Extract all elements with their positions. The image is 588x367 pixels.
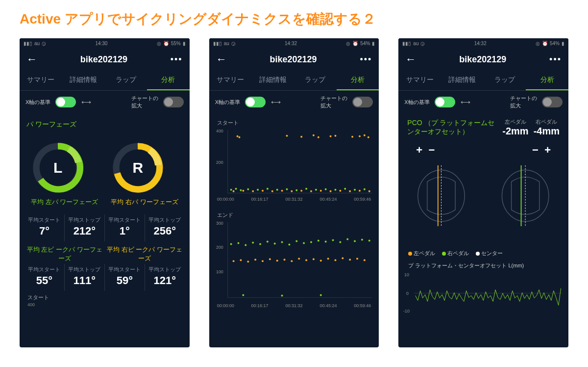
svg-point-57 <box>267 240 269 242</box>
content-2: スタート 400 200 00:00:0000:16:1700:31:3200:… <box>209 113 379 347</box>
alarm-icon: ⏰ <box>542 41 548 46</box>
avg-left-caption: 平均 左パ ワーフェーズ <box>31 195 98 211</box>
svg-point-35 <box>236 135 238 137</box>
tab-laps[interactable]: ラップ <box>484 71 526 90</box>
more-icon[interactable]: ••• <box>171 54 183 65</box>
svg-point-74 <box>247 261 249 262</box>
tab-summary[interactable]: サマリー <box>398 71 441 90</box>
more-icon[interactable]: ••• <box>549 54 562 65</box>
power-phase-label: パ ワーフェーズ <box>24 116 185 133</box>
more-icon[interactable]: ••• <box>360 54 372 65</box>
start-label: スタート <box>24 291 185 302</box>
x-basis-label: X軸の基準 <box>215 99 240 106</box>
x-basis-label: X軸の基準 <box>25 99 50 106</box>
ruler-icon[interactable]: ⟷ <box>460 97 471 107</box>
arc-left-wrap: L 平均 左パ ワーフェーズ <box>31 141 98 211</box>
tab-analysis[interactable]: 分析 <box>147 71 190 90</box>
ruler-icon[interactable]: ⟷ <box>81 97 92 107</box>
app-title: bike202129 <box>270 54 317 65</box>
location-icon: ◎ <box>346 41 350 46</box>
scatter-end-chart[interactable]: 300 200 100 00:00:0000:16:1700:31:3200:4… <box>214 220 374 308</box>
svg-text:10: 10 <box>404 272 409 277</box>
status-bar: ▮▮▯au◶ 14:32 ◎⏰54%▮ <box>209 38 379 48</box>
stat-value: 212° <box>66 225 103 237</box>
chart-toolbar: X軸の基準 ⟷ チャートの 拡大 <box>209 91 379 113</box>
stat-label: 平均スタート <box>25 266 63 273</box>
svg-point-18 <box>354 189 356 191</box>
tab-analysis[interactable]: 分析 <box>337 71 379 90</box>
svg-point-70 <box>361 238 363 240</box>
svg-point-63 <box>310 241 312 243</box>
minus-icon: − <box>428 144 435 156</box>
svg-point-71 <box>368 239 370 241</box>
tab-detail[interactable]: 詳細情報 <box>441 71 484 90</box>
back-arrow-icon[interactable]: ← <box>216 53 227 66</box>
svg-point-34 <box>368 190 370 192</box>
svg-point-11 <box>286 188 288 190</box>
app-header: ← bike202129 ••• <box>209 48 379 71</box>
x-basis-toggle[interactable] <box>435 97 455 107</box>
line-chart-title: プ ラットフォーム・センターオフセット L(mm) <box>403 260 564 271</box>
signal-icon: ▮▮▯ <box>402 41 411 46</box>
tab-laps[interactable]: ラップ <box>104 71 147 90</box>
pco-legend: 左ペダル 右ペダル センター <box>403 247 564 260</box>
signal-icon: ▮▮▯ <box>213 41 222 46</box>
tab-summary[interactable]: サマリー <box>20 71 62 90</box>
svg-point-17 <box>344 188 346 190</box>
stats-row-2: 平均スタート55° 平均ストップ111° 平均スタート59° 平均ストップ121… <box>24 264 185 291</box>
tab-analysis[interactable]: 分析 <box>526 71 568 90</box>
zoom-toggle[interactable] <box>542 97 563 107</box>
svg-point-30 <box>329 190 331 192</box>
stat-value: 256° <box>146 225 184 237</box>
svg-point-86 <box>334 259 336 261</box>
tab-detail[interactable]: 詳細情報 <box>62 71 105 90</box>
svg-point-53 <box>237 242 239 244</box>
svg-point-58 <box>273 242 275 244</box>
back-arrow-icon[interactable]: ← <box>26 53 37 66</box>
svg-point-54 <box>245 244 246 246</box>
tab-laps[interactable]: ラップ <box>294 71 337 90</box>
pco-line-chart[interactable]: 10 0 -10 <box>403 271 564 315</box>
svg-point-8 <box>257 189 259 191</box>
wifi-icon: ◶ <box>42 41 46 46</box>
status-bar: ▮▮▯au◶ 14:32 ◎⏰54%▮ <box>398 38 568 48</box>
svg-point-59 <box>281 241 283 243</box>
back-arrow-icon[interactable]: ← <box>405 53 416 66</box>
scatter-start-chart[interactable]: 400 200 00:00:0000:16:1700:31:3200:45:24… <box>214 128 374 202</box>
svg-point-75 <box>254 259 256 261</box>
svg-point-6 <box>240 189 242 191</box>
stat-label: 平均ストップ <box>66 216 103 224</box>
stat-label: 平均ストップ <box>146 216 184 224</box>
stat-value: 121° <box>146 274 184 287</box>
x-basis-toggle[interactable] <box>245 97 266 107</box>
tab-detail[interactable]: 詳細情報 <box>251 71 294 90</box>
zoom-toggle[interactable] <box>163 97 184 107</box>
arc-right: R <box>111 141 165 195</box>
svg-point-65 <box>324 240 326 242</box>
svg-point-43 <box>351 136 353 138</box>
battery-icon: ▮ <box>562 41 564 46</box>
svg-point-69 <box>354 240 356 242</box>
svg-point-25 <box>281 190 283 192</box>
phone-1: ▮▮▯au◶ 14:30 ◎⏰55%▮ ← bike202129 ••• サマリ… <box>20 38 190 347</box>
tab-summary[interactable]: サマリー <box>209 71 252 90</box>
stat-value: 7° <box>25 225 63 237</box>
svg-point-20 <box>232 190 234 192</box>
svg-point-62 <box>303 242 305 244</box>
svg-point-56 <box>259 243 261 245</box>
app-header: ← bike202129 ••• <box>20 48 190 71</box>
stat-label: 平均ストップ <box>66 266 103 273</box>
x-basis-toggle[interactable] <box>55 97 76 107</box>
zoom-toggle[interactable] <box>352 97 373 107</box>
svg-text:100: 100 <box>216 269 223 274</box>
svg-point-9 <box>267 188 269 190</box>
svg-point-28 <box>310 190 312 192</box>
svg-point-79 <box>283 259 285 261</box>
svg-point-29 <box>319 190 321 192</box>
x-ticks: 00:00:0000:16:1700:31:3200:45:2400:59:46 <box>214 302 374 308</box>
phone-2: ▮▮▯au◶ 14:32 ◎⏰54%▮ ← bike202129 ••• サマリ… <box>209 38 379 347</box>
ruler-icon[interactable]: ⟷ <box>270 97 281 107</box>
svg-point-10 <box>276 189 278 191</box>
svg-point-67 <box>339 241 341 243</box>
carrier: au <box>413 41 418 46</box>
